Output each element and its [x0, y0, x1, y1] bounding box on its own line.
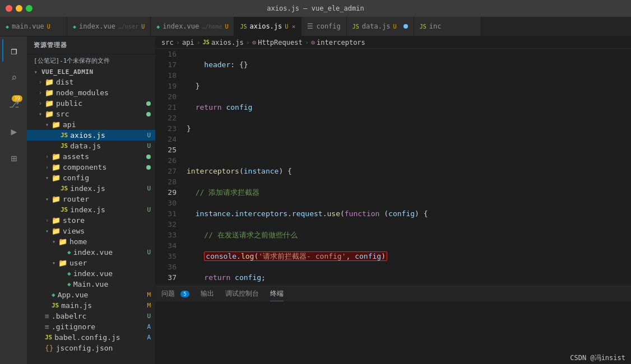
panel-tab-output[interactable]: 输出: [201, 287, 214, 301]
git-badge: U: [147, 185, 151, 192]
sidebar-item-app-vue[interactable]: ◆ App.vue M: [27, 290, 155, 300]
tree-root[interactable]: ▾ VUE_ELE_ADMIN: [27, 67, 155, 77]
item-label: index.vue: [73, 269, 113, 278]
js-file-icon: JS: [61, 132, 68, 139]
tab-close-button[interactable]: ×: [292, 23, 296, 30]
sidebar-item-axios-js[interactable]: JS axios.js U: [27, 130, 155, 141]
sidebar-item-data-js[interactable]: JS data.js U: [27, 141, 155, 151]
tab-index-home[interactable]: ◆ index.vue …/home U: [151, 17, 234, 36]
folder-arrow: ▾: [31, 69, 40, 75]
panel-tab-debug[interactable]: 调试控制台: [225, 287, 259, 301]
sidebar-item-babelrc[interactable]: ≡ .babelrc U: [27, 311, 155, 321]
traffic-lights: [6, 5, 33, 12]
line-number: 28: [160, 176, 177, 187]
debug-icon: ▶: [11, 125, 17, 137]
minimize-button[interactable]: [16, 5, 22, 12]
tab-label: index.vue: [79, 22, 115, 30]
js-icon: JS: [352, 24, 359, 30]
tab-dirty-indicator: U: [47, 24, 50, 30]
extensions-icon: ⊞: [11, 152, 17, 164]
activity-debug[interactable]: ▶: [2, 120, 25, 142]
sidebar-item-user[interactable]: ▾ 📁 user: [27, 258, 155, 268]
sidebar-item-babel-config[interactable]: JS babel.config.js A: [27, 332, 155, 343]
status-dot: [146, 155, 151, 159]
panel-tab-terminal[interactable]: 终端: [270, 287, 284, 301]
sidebar-item-home[interactable]: ▾ 📁 home: [27, 236, 155, 247]
code-line-21: interceptors(instance) {: [187, 166, 631, 176]
line-number: 21: [160, 102, 177, 113]
folder-icon: 📁: [58, 259, 67, 267]
js-breadcrumb-icon: JS: [203, 39, 210, 45]
problems-count: 5: [180, 291, 189, 297]
tab-main-vue[interactable]: ◆ main.vue U: [0, 17, 67, 36]
folder-icon: 📁: [52, 195, 61, 203]
tab-label: 输出: [201, 290, 214, 297]
vue-icon: ◆: [6, 24, 9, 30]
tab-label: config: [316, 22, 340, 30]
sidebar-item-config-index[interactable]: JS index.js U: [27, 183, 155, 194]
sidebar-item-user-index[interactable]: ◆ index.vue: [27, 268, 155, 279]
sidebar-item-router[interactable]: ▾ 📁 router: [27, 194, 155, 204]
tab-label: 调试控制台: [225, 290, 259, 297]
tab-label: main.vue: [12, 22, 44, 30]
sidebar-item-dist[interactable]: › 📁 dist: [27, 77, 155, 87]
line-number: 22: [160, 113, 177, 123]
status-dot: [146, 165, 151, 170]
activity-search[interactable]: ⌕: [2, 66, 25, 88]
sidebar-item-components[interactable]: › 📁 components: [27, 162, 155, 172]
tab-config[interactable]: ☰ config: [301, 17, 346, 36]
vue-file-icon: ◆: [67, 270, 71, 277]
tab-bar: ◆ main.vue U ◆ index.vue …/user U ◆ inde…: [0, 17, 631, 36]
sidebar-item-home-index[interactable]: ◆ index.vue U: [27, 247, 155, 258]
line-number: 19: [160, 81, 177, 91]
sidebar-item-main-vue[interactable]: ◆ Main.vue: [27, 279, 155, 290]
tab-path: …/home: [202, 24, 222, 30]
breadcrumb-part-method: ⊙interceptors: [311, 39, 365, 46]
tab-dirty-indicator: U: [141, 24, 145, 30]
sidebar-item-router-index[interactable]: JS index.js U: [27, 204, 155, 215]
line-number: 27: [160, 166, 177, 176]
sidebar-item-config[interactable]: ▾ 📁 config: [27, 172, 155, 183]
sidebar-item-assets[interactable]: › 📁 assets: [27, 151, 155, 162]
sidebar: 资源管理器 [公笔记]-1个未保存的文件 ▾ VUE_ELE_ADMIN › 📁…: [27, 36, 156, 364]
folder-arrow: ▾: [43, 228, 52, 234]
sidebar-item-store[interactable]: › 📁 store: [27, 215, 155, 226]
code-line-17: }: [187, 81, 631, 91]
folder-icon: 📁: [45, 110, 54, 118]
vue-file-icon: ◆: [67, 249, 71, 256]
sidebar-item-main-js[interactable]: JS main.js M: [27, 300, 155, 311]
item-label: components: [63, 163, 106, 171]
panel-tab-problems[interactable]: 问题 5: [161, 287, 189, 301]
activity-git[interactable]: ⎇ 39: [2, 93, 25, 115]
close-button[interactable]: [6, 5, 12, 12]
js-file-icon: JS: [45, 334, 52, 341]
line-number: 18: [160, 70, 177, 81]
code-line-20: [187, 144, 631, 155]
tab-axios-js[interactable]: JS axios.js U ×: [234, 17, 301, 36]
tab-index-user[interactable]: ◆ index.vue …/user U: [67, 17, 151, 36]
activity-extensions[interactable]: ⊞: [2, 147, 25, 169]
tab-inc[interactable]: JS inc: [414, 17, 481, 36]
item-label: .babelrc: [52, 312, 87, 320]
code-area[interactable]: 16 17 18 19 20 21 22 23 24 25 26 27 28 2…: [156, 49, 631, 286]
sidebar-item-node-modules[interactable]: › 📁 node_modules: [27, 87, 155, 98]
editor: src › api › JSaxios.js › ⊙HttpRequest › …: [156, 36, 631, 364]
sidebar-item-src[interactable]: ▾ 📁 src: [27, 109, 155, 119]
folder-icon: 📁: [52, 152, 61, 161]
git-badge: A: [147, 323, 151, 330]
git-badge: U: [147, 132, 151, 139]
folder-arrow: ▾: [49, 260, 58, 266]
sidebar-item-views[interactable]: ▾ 📁 views: [27, 226, 155, 236]
code-content: header: {} } return config } interceptor…: [181, 49, 631, 286]
maximize-button[interactable]: [26, 5, 33, 12]
sidebar-item-api[interactable]: ▾ 📁 api: [27, 119, 155, 130]
item-label: home: [69, 237, 87, 246]
sidebar-item-public[interactable]: › 📁 public: [27, 98, 155, 109]
sidebar-item-gitignore[interactable]: ≡ .gitignore A: [27, 321, 155, 332]
activity-files[interactable]: ❐: [2, 39, 25, 62]
sidebar-item-jsconfig[interactable]: {} jsconfig.json: [27, 343, 155, 353]
tab-path: …/user: [118, 24, 138, 30]
tab-data-js[interactable]: JS data.js U: [347, 17, 414, 36]
line-number: 25: [160, 144, 177, 155]
dot-icon: ≡: [45, 323, 49, 331]
